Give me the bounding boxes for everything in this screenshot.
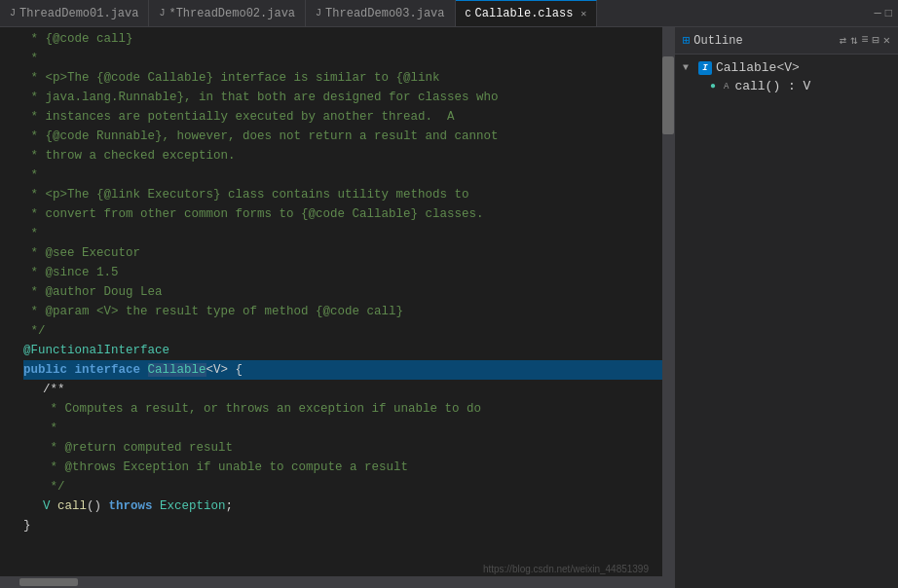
watermark: https://blog.csdn.net/weixin_44851399 xyxy=(483,564,649,574)
tab-icon-4: C xyxy=(466,9,471,19)
code-line: */ xyxy=(23,477,662,496)
tab-icon-2: J xyxy=(159,8,165,18)
vertical-scrollbar[interactable] xyxy=(662,27,674,576)
code-line: * {@code Runnable}, however, does not re… xyxy=(23,127,662,146)
outline-header: ⊞ Outline ⇄ ⇅ ≡ ⊟ ✕ xyxy=(675,27,898,55)
code-line: @FunctionalInterface xyxy=(23,341,662,360)
code-line: * {@code call} xyxy=(23,29,662,49)
tab-callable[interactable]: C Callable.class ✕ xyxy=(456,0,598,26)
line-numbers xyxy=(0,27,14,576)
interface-icon: I xyxy=(698,61,712,75)
code-area[interactable]: * {@code call} * * <p>The {@code Callabl… xyxy=(14,27,662,576)
outline-title: Outline xyxy=(693,34,836,48)
outline-item-call[interactable]: ● A call() : V xyxy=(675,77,898,95)
horizontal-scrollbar[interactable] xyxy=(0,576,674,588)
tab-bar: J ThreadDemo01.java J *ThreadDemo02.java… xyxy=(0,0,898,27)
code-line: * @return computed result xyxy=(23,438,662,458)
outline-panel-icon: ⊞ xyxy=(683,33,690,48)
outline-header-icons: ⇄ ⇅ ≡ ⊟ ✕ xyxy=(840,33,890,48)
maximize-icon[interactable]: □ xyxy=(885,7,892,20)
code-line: /** xyxy=(23,380,662,399)
outline-callable-label: Callable<V> xyxy=(716,60,800,75)
code-line-highlighted: public interface Callable<V> { xyxy=(23,360,662,380)
tab-controls: ─ □ xyxy=(869,7,898,20)
code-line: * xyxy=(23,224,662,243)
tab-icon-1: J xyxy=(10,8,16,18)
code-line: * xyxy=(23,419,662,438)
scrollbar-thumb[interactable] xyxy=(662,56,674,134)
expand-icon: ▼ xyxy=(683,62,694,73)
tab-label-2: *ThreadDemo02.java xyxy=(168,7,295,20)
code-line: * xyxy=(23,49,662,68)
code-line: * Computes a result, or throws an except… xyxy=(23,399,662,419)
outline-sync-icon[interactable]: ⇄ xyxy=(840,33,846,48)
outline-content: ▼ I Callable<V> ● A call() : V xyxy=(675,55,898,588)
code-line: * @author Doug Lea xyxy=(23,282,662,302)
editor-area: * {@code call} * * <p>The {@code Callabl… xyxy=(0,27,674,588)
outline-sort-icon[interactable]: ⇅ xyxy=(850,33,857,48)
outline-panel: ⊞ Outline ⇄ ⇅ ≡ ⊟ ✕ ▼ I Callable<V> ● A … xyxy=(674,27,898,588)
code-line: * @see Executor xyxy=(23,243,662,263)
editor-content: * {@code call} * * <p>The {@code Callabl… xyxy=(0,27,674,576)
access-modifier-icon: A xyxy=(724,82,729,92)
code-line: } xyxy=(23,516,662,535)
tab-threaddemo01[interactable]: J ThreadDemo01.java xyxy=(0,0,149,26)
tab-label-1: ThreadDemo01.java xyxy=(19,7,138,20)
tab-threaddemo02[interactable]: J *ThreadDemo02.java xyxy=(149,0,306,26)
outline-hide-icon[interactable]: ≡ xyxy=(861,33,868,48)
code-line: * throw a checked exception. xyxy=(23,146,662,165)
method-icon: ● xyxy=(706,80,720,93)
code-line: * java.lang.Runnable}, in that both are … xyxy=(23,88,662,107)
tab-label-4: Callable.class xyxy=(475,7,574,20)
tab-icon-3: J xyxy=(316,8,321,18)
outline-collapse-icon[interactable]: ⊟ xyxy=(873,33,879,48)
code-line: * @param <V> the result type of method {… xyxy=(23,302,662,321)
outline-call-label: call() : V xyxy=(734,79,810,93)
tab-label-3: ThreadDemo03.java xyxy=(325,7,444,20)
code-line: * convert from other common forms to {@c… xyxy=(23,204,662,224)
h-scrollbar-thumb[interactable] xyxy=(19,578,78,586)
minimize-icon[interactable]: ─ xyxy=(875,7,881,20)
code-line: * @since 1.5 xyxy=(23,263,662,282)
code-line: * <p>The {@code Callable} interface is s… xyxy=(23,68,662,88)
code-line: V call() throws Exception; xyxy=(23,496,662,516)
code-line: * @throws Exception if unable to compute… xyxy=(23,458,662,477)
code-line: * <p>The {@link Executors} class contain… xyxy=(23,185,662,204)
main-area: * {@code call} * * <p>The {@code Callabl… xyxy=(0,27,898,588)
code-line: * xyxy=(23,165,662,185)
code-line: * instances are potentially executed by … xyxy=(23,107,662,127)
code-line: */ xyxy=(23,321,662,341)
outline-item-callable[interactable]: ▼ I Callable<V> xyxy=(675,58,898,77)
tab-threaddemo03[interactable]: J ThreadDemo03.java xyxy=(306,0,455,26)
outline-close-icon[interactable]: ✕ xyxy=(883,33,890,48)
tab-close-icon[interactable]: ✕ xyxy=(580,8,586,19)
